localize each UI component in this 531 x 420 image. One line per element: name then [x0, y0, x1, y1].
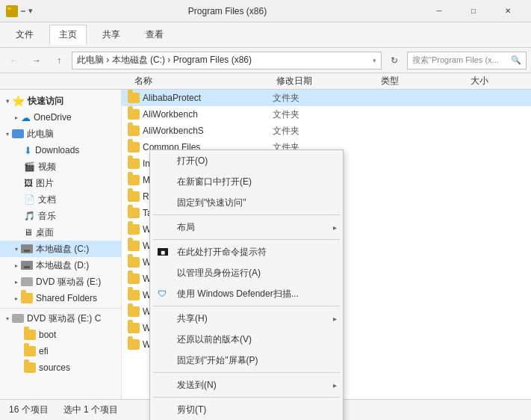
back-button[interactable]: ←: [4, 52, 24, 70]
cm-item-pin-quick[interactable]: 固定到"快速访问": [150, 192, 343, 213]
tab-view[interactable]: 查看: [136, 25, 173, 45]
search-placeholder: 搜索"Program Files (x...: [412, 55, 499, 66]
cm-item-cut[interactable]: 剪切(T): [150, 399, 343, 420]
dvd-e2-icon: [12, 314, 24, 323]
sidebar-label-downloads: Downloads: [35, 145, 79, 155]
sidebar-item-desktop[interactable]: 🖥 桌面: [0, 224, 121, 241]
sidebar-item-shared[interactable]: ▸ Shared Folders: [0, 290, 121, 306]
sidebar-label-desktop: 桌面: [36, 226, 54, 239]
col-header-type[interactable]: 类型: [375, 75, 450, 87]
sidebar-item-local-c[interactable]: ▾ 本地磁盘 (C:): [0, 241, 121, 257]
cm-item-share[interactable]: 共享(H) ▸: [150, 308, 343, 329]
tab-file[interactable]: 文件: [6, 25, 43, 45]
sidebar-item-boot[interactable]: boot: [0, 327, 121, 343]
chevron-down-icon: ▾: [6, 98, 9, 105]
window-title: Program Files (x86): [33, 6, 422, 16]
file-name-0: AlibabaProtect: [143, 93, 270, 103]
col-header-size[interactable]: 大小: [450, 75, 494, 87]
file-name-1: AliWorkbench: [143, 109, 270, 120]
address-path[interactable]: 此电脑 › 本地磁盘 (C:) › Program Files (x86) ▾: [72, 52, 382, 70]
cm-item-layout[interactable]: 布局 ▸: [150, 217, 343, 238]
up-button[interactable]: ↑: [49, 52, 69, 70]
folder-icon-9: [128, 241, 140, 251]
title-bar-icons: ▾: [6, 5, 33, 17]
sidebar-label-boot: boot: [39, 330, 56, 340]
sidebar-item-efi[interactable]: efi: [0, 343, 121, 359]
close-button[interactable]: ✕: [491, 0, 525, 22]
sidebar-item-music[interactable]: 🎵 音乐: [0, 208, 121, 224]
sidebar-item-dvd-e[interactable]: ▸ DVD 驱动器 (E:): [0, 274, 121, 290]
file-item-1[interactable]: AliWorkbench 文件夹: [122, 106, 531, 123]
cm-item-cmd-here[interactable]: ■ 在此处打开命令提示符: [150, 241, 343, 262]
folder-icon-15: [128, 339, 140, 350]
cm-label-layout: 布局: [177, 221, 195, 234]
chevron-down-icon2: ▾: [6, 131, 9, 138]
documents-icon: 📄: [24, 194, 35, 205]
drive-c-icon: [21, 244, 33, 253]
sidebar-item-video[interactable]: 🎬 视频: [0, 158, 121, 175]
sidebar-item-documents[interactable]: 📄 文档: [0, 191, 121, 208]
col-header-name[interactable]: 名称: [128, 75, 270, 87]
cm-arrow-send-to: ▸: [333, 381, 337, 389]
search-icon: 🔍: [511, 55, 521, 65]
quick-access-icon: ⭐: [12, 95, 25, 107]
images-icon: 🖼: [24, 178, 33, 188]
chevron-right-icon3: ▸: [15, 279, 18, 285]
main-area: ▾ ⭐ 快速访问 ▸ ☁ OneDrive ▾ 此电脑 ⬇ Downloads …: [0, 90, 531, 399]
file-name-2: AliWorkbenchS: [143, 126, 270, 136]
chevron-right-icon: ▸: [15, 114, 18, 121]
shared-folder-icon: [21, 293, 33, 303]
cm-label-share: 共享(H): [177, 312, 208, 325]
sidebar-label-shared: Shared Folders: [36, 293, 97, 303]
sidebar-label-images: 图片: [36, 177, 54, 190]
desktop-icon: 🖥: [24, 227, 33, 238]
minimize-button[interactable]: ─: [422, 0, 456, 22]
sidebar-item-local-d[interactable]: ▸ 本地磁盘 (D:): [0, 257, 121, 274]
sidebar-label-sources: sources: [39, 362, 70, 373]
forward-button[interactable]: →: [27, 52, 46, 70]
sidebar-label-music: 音乐: [38, 210, 56, 223]
cm-item-restore[interactable]: 还原以前的版本(V): [150, 329, 343, 350]
folder-icon-3: [128, 142, 140, 152]
cm-label-open-window: 在新窗口中打开(E): [177, 176, 252, 188]
tab-share[interactable]: 共享: [93, 25, 130, 45]
cm-separator-3: [153, 306, 340, 306]
sidebar-item-downloads[interactable]: ⬇ Downloads: [0, 142, 121, 158]
cm-separator-5: [153, 397, 340, 398]
col-header-date[interactable]: 修改日期: [270, 75, 375, 87]
file-item-2[interactable]: AliWorkbenchS 文件夹: [122, 123, 531, 139]
search-box[interactable]: 搜索"Program Files (x... 🔍: [407, 52, 527, 70]
cm-item-run-admin[interactable]: 以管理员身份运行(A): [150, 262, 343, 283]
cm-label-defender: 使用 Windows Defender扫描...: [177, 288, 299, 300]
cm-label-run-admin: 以管理员身份运行(A): [177, 267, 261, 280]
cm-item-defender[interactable]: 🛡 使用 Windows Defender扫描...: [150, 283, 343, 304]
folder-icon-12: [128, 290, 140, 300]
cm-item-open[interactable]: 打开(O): [150, 150, 343, 171]
sidebar-item-images[interactable]: 🖼 图片: [0, 175, 121, 191]
sidebar-item-onedrive[interactable]: ▸ ☁ OneDrive: [0, 109, 121, 126]
folder-icon-8: [128, 224, 140, 235]
sidebar-item-dvd-e2[interactable]: ▾ DVD 驱动器 (E:) C: [0, 310, 121, 327]
chevron-down-icon3: ▾: [15, 246, 18, 253]
cm-item-send-to[interactable]: 发送到(N) ▸: [150, 374, 343, 395]
sidebar-item-quick-access[interactable]: ▾ ⭐ 快速访问: [0, 93, 121, 109]
folder-icon-4: [128, 158, 140, 169]
sidebar-label-dvd-e2: DVD 驱动器 (E:) C: [27, 312, 101, 325]
sidebar-item-sources[interactable]: sources: [0, 359, 121, 376]
cm-separator-2: [153, 239, 340, 240]
cm-item-pin-start[interactable]: 固定到"开始"屏幕(P): [150, 350, 343, 371]
folder-icon-11: [128, 274, 140, 284]
cm-label-cmd-here: 在此处打开命令提示符: [177, 246, 267, 259]
file-item-0[interactable]: AlibabaProtect 文件夹: [122, 90, 531, 106]
folder-icon-5: [128, 175, 140, 185]
cm-label-open: 打开(O): [177, 155, 208, 167]
sidebar-item-this-pc[interactable]: ▾ 此电脑: [0, 126, 121, 142]
maximize-button[interactable]: □: [456, 0, 491, 22]
sidebar-label-onedrive: OneDrive: [34, 112, 72, 123]
video-icon: 🎬: [24, 161, 35, 172]
cm-label-pin-start: 固定到"开始"屏幕(P): [177, 354, 258, 367]
cm-item-open-window[interactable]: 在新窗口中打开(E): [150, 171, 343, 192]
tab-home[interactable]: 主页: [49, 25, 87, 45]
sidebar-label-local-d: 本地磁盘 (D:): [36, 259, 89, 272]
refresh-button[interactable]: ↻: [385, 52, 404, 70]
